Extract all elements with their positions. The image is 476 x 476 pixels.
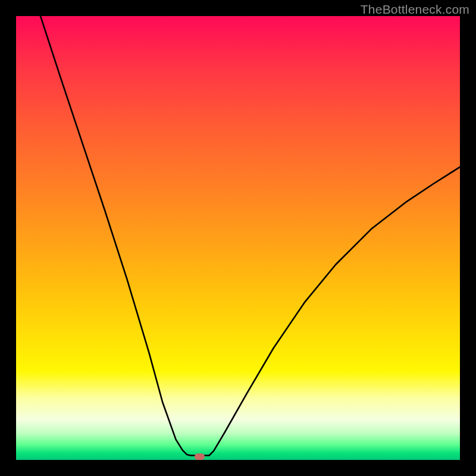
optimal-point-marker: [195, 453, 205, 460]
plot-area: [16, 16, 460, 460]
bottleneck-curve: [16, 16, 460, 460]
chart-frame: TheBottleneck.com: [0, 0, 476, 476]
watermark-text: TheBottleneck.com: [361, 2, 469, 17]
